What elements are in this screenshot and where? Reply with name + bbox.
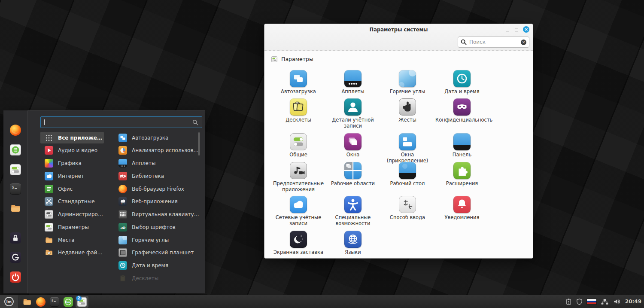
clipboard-icon[interactable]	[565, 298, 572, 305]
menu-app-tablet[interactable]: Графический планшет	[114, 247, 200, 258]
settings-item-gestures[interactable]: Жесты	[399, 98, 416, 116]
menu-category-audio-video[interactable]: Аудио и видео	[40, 144, 104, 156]
session-lock-screen[interactable]	[10, 232, 21, 244]
settings-item-hotcorners[interactable]: Горячие углы	[399, 70, 416, 87]
session-logout[interactable]	[10, 252, 21, 263]
settings-item-general[interactable]: Общие	[290, 133, 307, 150]
scrollbar-thumb[interactable]	[198, 132, 200, 156]
favorite-terminal[interactable]: $	[10, 183, 21, 195]
startup-sm-icon	[118, 134, 127, 142]
menu-app-virtual-keyboard[interactable]: Виртуальная клавиатура	[114, 208, 200, 220]
svg-text:lm: lm	[66, 300, 70, 304]
volume-icon[interactable]	[613, 299, 620, 305]
menu-app-firefox[interactable]: Веб-браузер Firefox	[114, 183, 200, 195]
menu-app-font-select[interactable]: abВыбор шрифтов	[114, 221, 200, 233]
clear-search-icon[interactable]: ×	[521, 40, 526, 45]
languages-icon	[344, 231, 361, 248]
launcher-software-manager[interactable]: lm	[62, 296, 75, 308]
app-label: Библиотека	[132, 173, 164, 179]
app-label: Веб-браузер Firefox	[132, 186, 184, 192]
font-select-icon: ab	[118, 223, 127, 232]
menu-category-preferences[interactable]: Параметры	[40, 221, 104, 233]
recent-files-icon	[45, 248, 53, 257]
hotcorners-icon	[399, 70, 416, 87]
keyboard-layout-flag-ru-icon[interactable]	[587, 299, 596, 305]
favorite-system-settings[interactable]	[10, 164, 21, 175]
shield-icon[interactable]	[576, 298, 583, 305]
settings-search-input[interactable]: Поиск ×	[458, 37, 529, 48]
category-label: Аудио и видео	[58, 147, 97, 153]
settings-item-applets[interactable]: Апплеты	[344, 70, 361, 87]
favorite-firefox[interactable]	[10, 125, 21, 136]
settings-item-online-accounts[interactable]: Сетевые учётные записи	[290, 196, 307, 213]
menu-app-library[interactable]: Библиотека	[114, 170, 200, 182]
menu-category-graphics[interactable]: Графика	[40, 157, 104, 169]
settings-item-preferred-apps[interactable]: Предпочтительные приложения	[290, 162, 307, 179]
settings-item-desktop[interactable]: Рабочий стол	[399, 162, 416, 179]
favorite-software-manager[interactable]	[10, 144, 21, 156]
clock[interactable]: 20:49	[625, 299, 641, 305]
menu-app-disk-usage[interactable]: Анализатор использования...	[114, 144, 200, 156]
settings-item-languages[interactable]: Языки	[344, 231, 361, 248]
desklets-sm-icon	[118, 274, 127, 283]
maximize-button[interactable]	[513, 26, 519, 33]
menu-category-all-apps[interactable]: Все приложения	[40, 132, 104, 143]
settings-item-label: Способ ввода	[381, 215, 434, 221]
library-icon	[118, 172, 127, 180]
menu-category-accessories[interactable]: Стандартные	[40, 195, 104, 207]
settings-content: Параметры АвтозагрузкаАпплетыГорячие угл…	[264, 51, 533, 258]
svg-text:$: $	[52, 299, 53, 302]
section-header: Параметры	[271, 56, 313, 62]
settings-item-notifications[interactable]: Уведомления	[453, 196, 471, 213]
online-accounts-icon	[290, 196, 307, 213]
launcher-system-settings[interactable]: 2	[76, 296, 88, 308]
hotcorners-sm-icon	[118, 236, 127, 244]
launcher-files[interactable]	[21, 296, 33, 308]
settings-item-startup[interactable]: Автозагрузка	[290, 70, 307, 87]
menu-category-administration[interactable]: Администрирование	[40, 208, 104, 220]
launcher-firefox[interactable]	[34, 296, 47, 308]
startup-icon	[290, 70, 307, 87]
menu-category-office[interactable]: Офис	[40, 183, 104, 195]
menu-app-applets-sm[interactable]: Апплеты	[114, 157, 200, 169]
settings-item-panel[interactable]: Панель	[453, 133, 471, 150]
settings-item-extensions[interactable]: Расширения	[453, 162, 471, 179]
menu-category-internet[interactable]: Интернет	[40, 170, 104, 182]
menu-app-webapps[interactable]: Веб-приложения	[114, 195, 200, 207]
menu-app-desklets-sm[interactable]: Десклеты	[114, 272, 200, 284]
app-label: Графический планшет	[132, 250, 194, 256]
settings-item-account-details[interactable]: Детали учётной записи	[344, 98, 361, 116]
settings-item-input-method[interactable]: Способ ввода	[399, 196, 416, 213]
menu-search-input[interactable]	[40, 116, 202, 128]
settings-item-workspaces[interactable]: Рабочие области	[344, 162, 361, 179]
close-button[interactable]: ×	[523, 26, 529, 33]
favorite-files[interactable]	[10, 203, 21, 214]
settings-item-window-tiling[interactable]: Окна (прикрепление)	[399, 133, 416, 150]
settings-item-windows[interactable]: Окна	[344, 133, 361, 150]
category-label: Стандартные	[58, 198, 95, 204]
settings-item-datetime[interactable]: Дата и время	[453, 70, 471, 87]
account-details-icon	[344, 98, 361, 116]
settings-item-label: Специальные возможности	[326, 215, 380, 226]
launcher-terminal[interactable]: $	[48, 296, 61, 308]
settings-item-desklets[interactable]: Десклеты	[290, 98, 307, 116]
privacy-icon	[453, 98, 471, 116]
search-placeholder: Поиск	[469, 39, 518, 45]
menu-category-recent-files[interactable]: Недавние файлы	[40, 247, 104, 258]
titlebar[interactable]: Параметры системы × Поиск ×	[264, 24, 533, 51]
preferred-apps-icon	[290, 162, 307, 179]
window-tiling-icon	[399, 133, 416, 150]
menu-app-startup-sm[interactable]: Автозагрузка	[114, 132, 200, 143]
session-shutdown[interactable]	[10, 271, 21, 283]
settings-item-privacy[interactable]: Конфиденциальность	[453, 98, 471, 116]
minimize-button[interactable]	[504, 26, 510, 33]
network-icon[interactable]	[601, 299, 609, 305]
settings-item-accessibility[interactable]: Специальные возможности	[344, 196, 361, 213]
settings-item-screensaver[interactable]: Экранная заставка	[290, 231, 307, 248]
menu-app-hotcorners-sm[interactable]: Горячие углы	[114, 234, 200, 246]
menu-button[interactable]: lm	[0, 295, 18, 308]
app-label: Апплеты	[132, 160, 155, 166]
taskbar-divider	[19, 297, 19, 306]
menu-category-places[interactable]: Места	[40, 234, 104, 246]
menu-app-datetime-sm[interactable]: Дата и время	[114, 259, 200, 271]
